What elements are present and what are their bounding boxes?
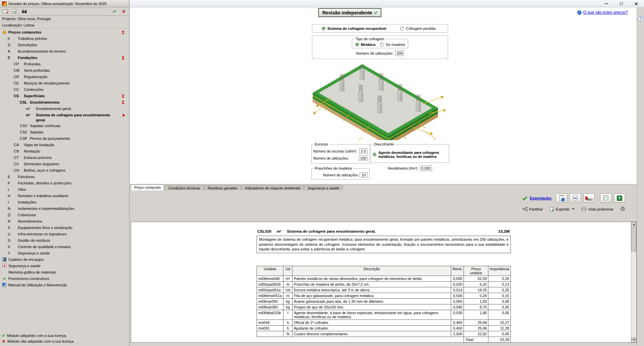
scrollbar-thumb[interactable] [631, 227, 636, 251]
export-html-button[interactable] [556, 193, 567, 203]
tree-item-label: Sapatas contínuas [30, 123, 60, 128]
tree-item[interactable]: Memória gráfica de materiais [0, 269, 129, 276]
main-area: Revisão independente O que são estes pre… [130, 0, 644, 346]
tree-item[interactable]: SEquipamentos fixos e sinalização [0, 225, 129, 231]
export-fie-button[interactable] [570, 193, 581, 203]
tree-item[interactable]: Manual de Utilização e Manutenção [0, 282, 129, 288]
pranchoes-utilizacoes-input[interactable] [360, 172, 368, 178]
tree-item[interactable]: EEstruturas [0, 174, 129, 180]
item-price: 23,28€ [498, 229, 510, 233]
tree-item[interactable]: AAcondicionamento do terreno [0, 48, 129, 55]
tree-item-label: Acondicionamento do terreno [18, 49, 66, 54]
tree-item[interactable]: CSZSapatas [0, 129, 129, 135]
tree-item[interactable]: CEMaciços de encabeçamento [0, 80, 129, 86]
settings-gear-button[interactable] [620, 206, 625, 212]
tree-item[interactable]: CFundações [0, 55, 129, 61]
cancel-cross-icon[interactable] [121, 9, 127, 14]
prices-info-link[interactable]: O que são estes preços? [577, 10, 628, 15]
export-xls-button[interactable] [600, 193, 611, 203]
tree-item[interactable]: CPProfundas [0, 61, 129, 67]
tree-item[interactable]: CHBetões, aços e cofragens [0, 167, 129, 174]
cost-table-body: mt08eme040m²Painéis metálicos de várias … [257, 276, 511, 337]
radio-selected-icon[interactable] [373, 153, 377, 157]
escoras-utilizacoes-input[interactable] [359, 156, 368, 161]
export-row-2: Partilhar Exportar Vista preliminar [523, 206, 625, 212]
tree-item-code: 0 [8, 36, 18, 41]
export-excel-button[interactable] [614, 193, 625, 203]
accept-check-icon[interactable] [111, 9, 117, 14]
tree-item-label: Vãos [18, 187, 26, 192]
radio-de-madeira[interactable]: De madeira [380, 43, 405, 47]
tree-item[interactable]: CMSemi-profundas [0, 67, 129, 74]
tab-preco-composto[interactable]: Preço composto [131, 184, 164, 190]
tree-item[interactable]: Segurança e saúde [0, 263, 129, 269]
partilhar-button[interactable]: Partilhar [523, 207, 543, 211]
tree-item[interactable]: CVElementos singulares [0, 161, 129, 167]
tree-item-code: E [8, 174, 18, 179]
tree-item[interactable]: Preços compostos [0, 29, 129, 36]
document-scrollbar[interactable] [631, 222, 636, 342]
tree-item-label: Sapatas [30, 130, 43, 135]
tree-item[interactable]: CSPPernos de punçoamento [0, 135, 129, 142]
arrow-up-icon [633, 224, 635, 225]
binoculars-search-icon[interactable] [21, 9, 27, 14]
tree-item[interactable]: CRRegularização [0, 74, 129, 80]
tree-item[interactable]: m²Ensoleiramento geral. [0, 106, 129, 112]
scroll-up-button[interactable] [631, 222, 636, 227]
minimize-button[interactable] [599, 0, 614, 7]
exportacao-link[interactable]: Exportação: [530, 196, 552, 200]
export-bdc-button[interactable]: BDC [583, 193, 595, 203]
tab-seguranca-saude[interactable]: Segurança e saúde [304, 185, 343, 190]
tree-item[interactable]: FFachadas, divisões e protecções [0, 180, 129, 186]
escoras-num-row: Número de escoras (ud/m²) [313, 149, 368, 154]
tree-item-code: Y [8, 251, 18, 256]
share-icon [523, 207, 528, 211]
tree-item[interactable]: CAVigas de fundação [0, 142, 129, 148]
cost-table-row: mt08dba010blAgente desmoldante, à base d… [257, 310, 511, 320]
radio-metalica[interactable]: Metálica [355, 43, 375, 47]
tree-item-code: CP [14, 62, 24, 67]
mail-icon[interactable] [2, 9, 8, 14]
rendimento-input[interactable] [420, 166, 432, 171]
tree-item[interactable]: CNNivelação [0, 148, 129, 155]
tab-indicadores-impacte[interactable]: Indicadores de impacte ambiental [241, 185, 303, 190]
tree-item[interactable]: CCContenções [0, 86, 129, 93]
num-utilizacoes-input[interactable] [395, 51, 404, 56]
vista-preliminar-button[interactable]: Vista preliminar [581, 207, 613, 211]
tree-item[interactable]: m²Sistema de cofragem para ensoleirament… [0, 112, 129, 123]
tree-item[interactable]: DDemolições [0, 42, 129, 48]
help-question-icon[interactable] [638, 16, 643, 21]
tree-item[interactable]: LVãos [0, 186, 129, 193]
tree-item[interactable]: XControlo de qualidade e ensaios [0, 244, 129, 250]
tree-item[interactable]: QCoberturas [0, 212, 129, 218]
maximize-button[interactable] [614, 0, 629, 7]
tree-item[interactable]: Cademo de encargos [0, 256, 129, 263]
tab-residuos-gerados[interactable]: Resíduos gerados [204, 185, 241, 190]
tree-item-label: Isolamentos e impermeabilizações [18, 206, 74, 211]
exportar-button[interactable]: Exportar [550, 207, 575, 212]
num-escoras-input[interactable] [359, 149, 368, 154]
tree-item[interactable]: GGestão de resíduos [0, 237, 129, 244]
tree-item-label: Manual de Utilização e Manutenção [8, 283, 67, 288]
legend-not-acquired: Módulo não adquirido com a sua licença. [2, 339, 127, 343]
tree-item[interactable]: NIsolamentos e impermeabilizações [0, 206, 129, 212]
tree-item[interactable]: UInfra-estruturas no logradouro [0, 231, 129, 237]
radio-cofragem-perdida[interactable]: Cofragem perdida [400, 26, 435, 31]
scroll-down-button[interactable] [631, 337, 636, 342]
tree-item[interactable]: IInstalações [0, 199, 129, 206]
radio-sistema-recuperavel[interactable]: Sistema de cofragem recuperável [322, 26, 386, 31]
tree-item[interactable]: Pormenores construtivos [0, 276, 129, 282]
tree-item[interactable]: HRemates e trabalhos auxiliares [0, 193, 129, 199]
tree-item[interactable]: CSSuperficiais [0, 93, 129, 99]
tree-item[interactable]: CTEstacas-prancha [0, 155, 129, 161]
close-button[interactable] [629, 0, 643, 7]
tab-condicoes-tecnicas[interactable]: Condições técnicas [165, 185, 203, 190]
tree-item[interactable]: RRevestimentos [0, 218, 129, 225]
escoras-fieldset: Escoras Número de escoras (ud/m²) Número… [311, 142, 370, 164]
tree-item[interactable]: 0Trabalhos prévios [0, 36, 129, 42]
export-page-icon[interactable] [12, 9, 18, 14]
tree-item[interactable]: YSegurança e saúde [0, 250, 129, 256]
cost-table-row: mt08var050kgArame galvanizado para atar,… [257, 298, 511, 304]
tree-item[interactable]: CSVSapatas contínuas [0, 123, 129, 129]
tree-item[interactable]: CSLEnsoleiramentos [0, 99, 129, 106]
